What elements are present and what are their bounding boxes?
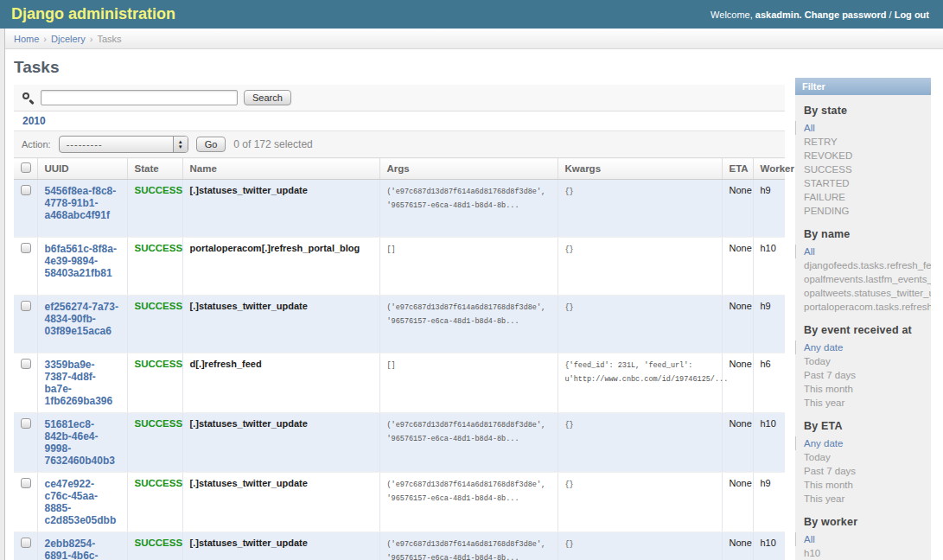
- task-eta: None: [722, 413, 753, 473]
- filter-state-success[interactable]: SUCCESS: [804, 162, 931, 176]
- task-kwargs: {}: [565, 185, 715, 199]
- date-hierarchy-year-link[interactable]: 2010: [22, 115, 46, 127]
- row-checkbox[interactable]: [21, 418, 31, 429]
- task-name: [.]statuses_twitter_update: [190, 538, 308, 548]
- task-uuid-link[interactable]: ef256274-7a73-4834-90fb-03f89e15aca6: [45, 301, 120, 337]
- actions-bar: Action: --------- ▲▼ Go 0 of 172 selecte…: [14, 131, 785, 157]
- row-checkbox[interactable]: [21, 538, 31, 548]
- search-button[interactable]: Search: [244, 90, 291, 105]
- state-badge: SUCCESS: [135, 538, 183, 548]
- task-args: ('e97c687d13d87f614a6d81768d8f3d8e', '96…: [387, 301, 551, 328]
- task-uuid-link[interactable]: b6fa561c-8f8a-4e39-9894-58403a21fb81: [45, 243, 120, 279]
- task-worker: h9: [753, 296, 785, 353]
- breadcrumb-home[interactable]: Home: [14, 34, 39, 44]
- window-left-strip: [0, 29, 5, 560]
- task-args: ('e97c687d13d87f614a6d81768d8f3d8e', '96…: [387, 185, 551, 213]
- filter-eta-past7days[interactable]: Past 7 days: [804, 464, 931, 478]
- state-badge: SUCCESS: [135, 185, 183, 195]
- task-args: []: [387, 243, 551, 257]
- filter-state-all[interactable]: All: [795, 121, 931, 135]
- column-header-kwargs[interactable]: Kwargs: [558, 158, 722, 180]
- state-badge: SUCCESS: [135, 301, 183, 311]
- change-password-link[interactable]: Change password: [805, 10, 887, 20]
- breadcrumb-app[interactable]: Djcelery: [51, 34, 86, 44]
- user-tools: Welcome, askadmin. Change password / Log…: [710, 10, 929, 20]
- filter-panel: Filter By state All RETRY REVOKED SUCCES…: [795, 78, 931, 560]
- filter-received-any-date[interactable]: Any date: [795, 340, 931, 354]
- task-worker: h10: [753, 413, 785, 473]
- breadcrumb: Home › Djcelery › Tasks: [5, 29, 943, 49]
- task-name: d[.]refresh_feed: [190, 359, 262, 369]
- filter-worker-all[interactable]: All: [795, 532, 931, 546]
- action-selected-option: ---------: [60, 137, 173, 152]
- action-select[interactable]: --------- ▲▼: [59, 136, 188, 153]
- task-name: [.]statuses_twitter_update: [190, 478, 308, 488]
- search-toolbar: Search: [14, 85, 785, 111]
- filter-state-failure[interactable]: FAILURE: [804, 190, 931, 204]
- filter-worker-h10[interactable]: h10: [804, 546, 931, 560]
- task-args: []: [387, 359, 551, 372]
- filter-state-revoked[interactable]: REVOKED: [804, 149, 931, 162]
- column-header-uuid[interactable]: UUID: [37, 158, 127, 180]
- task-eta: None: [722, 180, 753, 238]
- task-uuid-link[interactable]: 51681ec8-842b-46e4-9998-7632460b40b3: [45, 418, 120, 467]
- column-header-name[interactable]: Name: [182, 158, 379, 180]
- row-checkbox[interactable]: [21, 301, 31, 311]
- filter-eta-this-year[interactable]: This year: [804, 492, 931, 506]
- site-title[interactable]: Django administration: [11, 5, 175, 23]
- task-uuid-link[interactable]: 2ebb8254-6891-4b6c-a0e7-fab80c404287: [45, 538, 120, 560]
- task-kwargs: {'feed_id': 231L, 'feed_url': u'http://w…: [565, 359, 715, 386]
- filter-name-refresh-feed[interactable]: djangofeeds.tasks.refresh_feed: [804, 258, 931, 272]
- welcome-text: Welcome,: [710, 10, 753, 20]
- filter-eta-today[interactable]: Today: [804, 450, 931, 464]
- task-args: ('e97c687d13d87f614a6d81768d8f3d8e', '96…: [387, 538, 551, 560]
- task-uuid-link[interactable]: 3359ba9e-7387-4d8f-ba7e-1fb6269ba396: [45, 359, 120, 407]
- task-name: portaloperacom[.]refresh_portal_blog: [190, 243, 360, 253]
- filter-name-refresh-portal[interactable]: portaloperacom.tasks.refresh_portal_blog: [804, 300, 931, 314]
- task-eta: None: [722, 296, 753, 353]
- column-header-args[interactable]: Args: [379, 158, 558, 180]
- filter-eta-any-date[interactable]: Any date: [795, 436, 931, 450]
- row-checkbox[interactable]: [21, 185, 31, 195]
- filter-received-past7days[interactable]: Past 7 days: [804, 368, 931, 382]
- filter-state-pending[interactable]: PENDING: [804, 204, 931, 218]
- task-name: [.]statuses_twitter_update: [190, 418, 308, 429]
- filter-name-twitter-update[interactable]: opaltweets.statuses_twitter_update: [804, 286, 931, 300]
- filter-section-by-worker: By worker All h10 h8 h6: [795, 506, 931, 560]
- filter-name-lastfm-events[interactable]: opalfmevents.lastfm_events_update: [804, 272, 931, 286]
- search-input[interactable]: [41, 90, 238, 105]
- breadcrumb-separator: ›: [90, 34, 93, 44]
- task-eta: None: [722, 532, 753, 560]
- column-header-eta[interactable]: ETA: [722, 158, 753, 180]
- task-uuid-link[interactable]: 5456f8ea-f8c8-4778-91b1-a468abc4f91f: [45, 185, 120, 221]
- column-header-worker[interactable]: Worker: [753, 158, 785, 180]
- go-button[interactable]: Go: [196, 137, 226, 152]
- row-checkbox[interactable]: [21, 478, 31, 488]
- user-tools-separator: /: [889, 10, 892, 20]
- logout-link[interactable]: Log out: [895, 10, 929, 20]
- filter-received-this-month[interactable]: This month: [804, 382, 931, 396]
- task-kwargs: {}: [565, 538, 715, 551]
- task-kwargs: {}: [565, 418, 715, 432]
- filter-eta-this-month[interactable]: This month: [804, 478, 931, 492]
- row-checkbox[interactable]: [21, 359, 31, 369]
- column-header-state[interactable]: State: [127, 158, 182, 180]
- search-icon: [22, 92, 35, 105]
- filter-section-by-state: By state All RETRY REVOKED SUCCESS START…: [795, 95, 931, 219]
- row-checkbox[interactable]: [21, 243, 31, 253]
- filter-name-all[interactable]: All: [795, 245, 931, 258]
- select-all-checkbox[interactable]: [21, 162, 31, 173]
- action-label: Action:: [22, 139, 51, 150]
- select-stepper-icon: ▲▼: [173, 137, 188, 152]
- filter-received-this-year[interactable]: This year: [804, 396, 931, 410]
- task-uuid-link[interactable]: ce47e922-c76c-45aa-8885-c2d853e05dbb: [45, 478, 120, 526]
- filter-section-title: By ETA: [804, 420, 931, 432]
- task-worker: h10: [753, 532, 785, 560]
- task-kwargs: {}: [565, 478, 715, 492]
- filter-state-started[interactable]: STARTED: [804, 176, 931, 190]
- state-badge: SUCCESS: [135, 418, 183, 429]
- table-header-row: UUID State Name Args Kwargs ETA Worker: [14, 158, 785, 180]
- filter-received-today[interactable]: Today: [804, 354, 931, 368]
- table-row: 2ebb8254-6891-4b6c-a0e7-fab80c404287 SUC…: [14, 532, 785, 560]
- filter-state-retry[interactable]: RETRY: [804, 135, 931, 149]
